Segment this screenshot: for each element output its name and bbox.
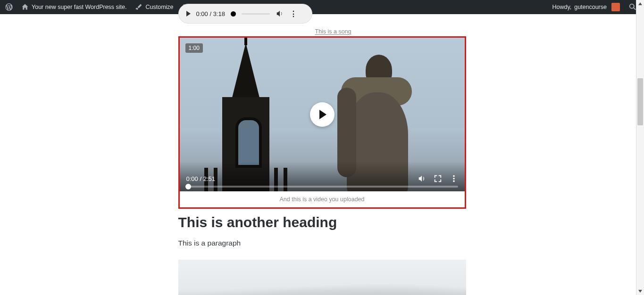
page-content: 0:00 / 3:18 ⋮ This is a song 1:00 xyxy=(0,14,644,295)
video-progress-thumb[interactable] xyxy=(185,184,191,189)
scroll-thumb[interactable] xyxy=(637,78,643,125)
customize-label: Customize xyxy=(145,4,173,10)
account-menu[interactable]: Howdy, gutencourse xyxy=(548,0,624,14)
os-scrollbar xyxy=(636,0,644,295)
paragraph-text: This is a paragraph xyxy=(178,239,466,247)
image-block xyxy=(178,260,466,295)
site-name-label: Your new super fast WordPress site. xyxy=(32,4,126,10)
video-more-icon[interactable] xyxy=(450,174,458,183)
volume-icon[interactable] xyxy=(276,9,284,18)
home-icon xyxy=(21,3,29,11)
scroll-up-button[interactable] xyxy=(636,0,644,8)
video-progress-track[interactable] xyxy=(186,186,458,188)
svg-point-0 xyxy=(453,175,455,177)
video-controls: 0:00 / 2:51 xyxy=(180,161,465,191)
audio-time: 0:00 / 3:18 xyxy=(196,10,225,17)
svg-point-1 xyxy=(453,178,455,180)
howdy-prefix: Howdy, xyxy=(552,4,571,10)
customize-menu[interactable]: Customize xyxy=(131,0,177,14)
wp-admin-bar: Your new super fast WordPress site. Cust… xyxy=(0,0,644,14)
wordpress-icon xyxy=(5,3,13,11)
site-name-menu[interactable]: Your new super fast WordPress site. xyxy=(17,0,131,14)
audio-scrubber-track[interactable] xyxy=(242,13,270,15)
fullscreen-icon[interactable] xyxy=(434,174,442,183)
username-label: gutencourse xyxy=(574,4,607,10)
video-block-highlighted: 1:00 0:00 / 2:51 And xyxy=(178,36,466,209)
audio-more-icon[interactable]: ⋮ xyxy=(290,9,297,18)
audio-play-icon[interactable] xyxy=(186,11,191,16)
video-caption: And this is a video you uploaded xyxy=(180,196,465,203)
svg-point-2 xyxy=(453,180,455,182)
audio-player[interactable]: 0:00 / 3:18 ⋮ xyxy=(178,4,312,24)
video-duration-badge: 1:00 xyxy=(185,43,203,53)
avatar xyxy=(611,3,620,11)
audio-scrubber-thumb[interactable] xyxy=(231,11,236,16)
volume-icon[interactable] xyxy=(418,174,426,183)
audio-caption: This is a song xyxy=(315,28,351,35)
video-time: 0:00 / 2:51 xyxy=(186,175,215,182)
heading-h2: This is another heading xyxy=(178,214,466,230)
brush-icon xyxy=(135,3,142,11)
video-player[interactable]: 1:00 0:00 / 2:51 xyxy=(180,38,465,191)
wp-logo-menu[interactable] xyxy=(1,0,17,14)
scroll-track[interactable] xyxy=(636,8,644,287)
video-big-play-button[interactable] xyxy=(310,102,335,127)
scroll-down-button[interactable] xyxy=(636,287,644,295)
